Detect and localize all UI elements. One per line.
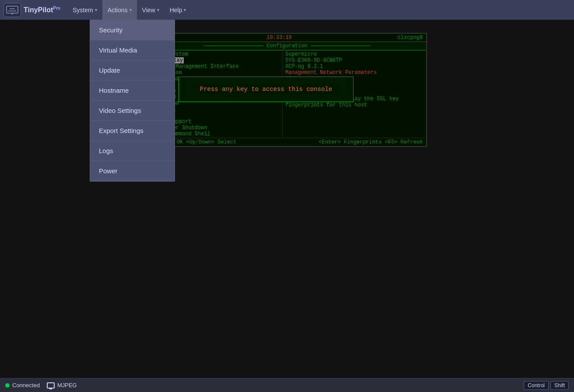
- status-mjpeg: MJPEG: [47, 382, 77, 388]
- logo-text: TinyPilotPro: [24, 6, 60, 14]
- mjpeg-label: MJPEG: [57, 382, 77, 388]
- nav-view-arrow: ▾: [157, 7, 159, 12]
- dropdown-export-settings[interactable]: Export Settings: [90, 121, 175, 141]
- status-connected-label: Connected: [12, 382, 40, 388]
- press-key-text: Press any key to access this console: [200, 86, 332, 93]
- nav-system-label: System: [73, 7, 93, 14]
- nav-help-arrow: ▾: [184, 7, 186, 12]
- nav-help-label: Help: [170, 7, 182, 14]
- nav-actions-arrow: ▾: [130, 7, 132, 12]
- nav-help[interactable]: Help ▾: [164, 0, 192, 20]
- connection-status: Connected: [5, 382, 40, 388]
- nav-system-arrow: ▾: [95, 7, 97, 12]
- content-overlay: [0, 20, 574, 378]
- control-key-badge[interactable]: Control: [524, 381, 549, 390]
- nav-view[interactable]: View ▾: [137, 0, 164, 20]
- press-key-modal[interactable]: Press any key to access this console: [178, 77, 354, 102]
- nav-view-label: View: [142, 7, 155, 14]
- nav-system[interactable]: System ▾: [67, 0, 102, 20]
- status-left: Connected MJPEG: [5, 382, 77, 388]
- dropdown-video-settings[interactable]: Video Settings: [90, 101, 175, 121]
- connected-indicator: [5, 383, 10, 388]
- nav-actions-label: Actions: [108, 7, 128, 14]
- dropdown-security[interactable]: Security: [90, 20, 175, 40]
- dropdown-logs[interactable]: Logs: [90, 141, 175, 161]
- actions-dropdown: Security Virtual Media Update Hostname V…: [90, 20, 175, 182]
- navbar: TinyPilotPro System ▾ Actions ▾ View ▾ H…: [0, 0, 574, 20]
- monitor-icon: [47, 382, 55, 388]
- svg-rect-0: [7, 6, 18, 13]
- nav-actions[interactable]: Actions ▾: [102, 0, 137, 20]
- status-right: Control Shift: [524, 381, 569, 390]
- logo-box: [4, 3, 21, 17]
- shift-key-badge[interactable]: Shift: [550, 381, 569, 390]
- dropdown-virtual-media[interactable]: Virtual Media: [90, 40, 175, 60]
- statusbar: Connected MJPEG Control Shift: [0, 378, 574, 392]
- logo-area: TinyPilotPro: [4, 3, 60, 17]
- dropdown-power[interactable]: Power: [90, 161, 175, 181]
- dropdown-update[interactable]: Update: [90, 60, 175, 80]
- dropdown-hostname[interactable]: Hostname: [90, 80, 175, 101]
